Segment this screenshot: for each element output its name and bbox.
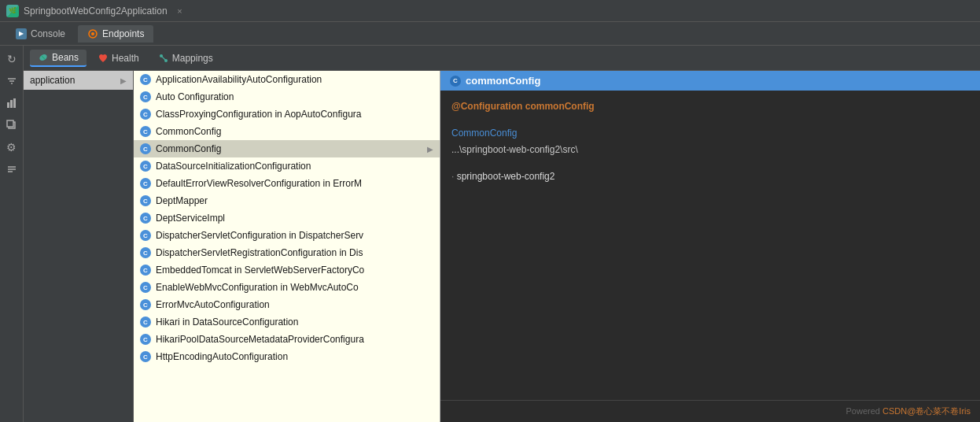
detail-config-keyword: commonConfig [525,101,595,112]
bean-item[interactable]: C DispatcherServletRegistrationConfigura… [134,244,440,261]
bean-item[interactable]: C Auto Configuration [134,88,440,106]
tab-console-label: Console [31,28,65,39]
bean-item[interactable]: C CommonConfig [134,123,440,140]
tab-beans[interactable]: Beans [30,50,87,67]
tab-endpoints[interactable]: Endpoints [78,25,153,43]
detail-annotation-row: @Configuration commonConfig [451,98,969,116]
bean-item[interactable]: C DispatcherServletConfiguration in Disp… [134,227,440,244]
sort-icon[interactable] [3,161,20,178]
bean-icon-14: C [140,299,151,310]
bean-icon-7: C [140,178,151,189]
copy-icon[interactable] [3,117,20,134]
health-tab-label: Health [112,53,139,64]
bean-name-7: DefaultErrorViewResolverConfiguration in… [156,178,362,189]
bean-item[interactable]: C HikariPoolDataSourceMetadataProviderCo… [134,331,440,348]
bean-item-selected[interactable]: C CommonConfig ▶ [134,140,440,157]
chart-icon[interactable] [3,94,20,112]
bean-name-12: EmbeddedTomcat in ServletWebServerFactor… [156,265,364,276]
svg-line-17 [161,56,166,61]
beans-tab-label: Beans [52,52,79,63]
bean-icon-10: C [140,230,151,241]
app-icon: 🌿 [6,5,19,17]
endpoints-icon [87,28,98,39]
detail-footer: Powered CSDN@卷心菜不卷Iris [440,400,980,422]
bean-name-6: DataSourceInitializationConfiguration [156,161,311,172]
bean-item[interactable]: C EnableWebMvcConfiguration in WebMvcAut… [134,279,440,296]
tab-health[interactable]: Health [90,50,147,66]
bean-icon-4: C [140,126,151,137]
bean-name-10: DispatcherServletConfiguration in Dispat… [156,230,363,241]
detail-bean-icon: C [450,76,461,87]
bean-item[interactable]: C EmbeddedTomcat in ServletWebServerFact… [134,261,440,279]
context-item-label: application [30,75,75,86]
bean-name-4: CommonConfig [156,126,221,137]
sidebar-actions: ↻ ⚙ [0,46,24,422]
svg-rect-9 [7,120,13,127]
detail-module-bullet: · [451,171,457,182]
tab-mappings[interactable]: Mappings [150,50,221,66]
footer-brand-label: CSDN@卷心菜不卷Iris [882,406,971,416]
tab-bar: ▶ Console Endpoints [0,22,980,46]
detail-module-row: · springboot-web-config2 [451,168,969,186]
footer-powered-label: Powered [846,406,882,416]
beans-tab-icon [38,52,49,63]
settings-icon[interactable]: ⚙ [3,139,20,156]
bean-icon-17: C [140,351,151,362]
bean-name-5: CommonConfig [156,143,221,154]
detail-bean-name: commonConfig [466,75,540,87]
bean-name-11: DispatcherServletRegistrationConfigurati… [156,247,363,258]
bean-item[interactable]: C DataSourceInitializationConfiguration [134,157,440,175]
bean-icon-12: C [140,265,151,276]
beans-layout: application ▶ C ApplicationAvailabilityA… [24,71,980,422]
bean-item[interactable]: C ErrorMvcAutoConfiguration [134,296,440,313]
tab-endpoints-label: Endpoints [102,28,144,39]
bean-name-14: ErrorMvcAutoConfiguration [156,299,270,310]
filter-icon[interactable] [3,72,20,90]
close-button[interactable]: × [174,5,186,17]
bean-item[interactable]: C DefaultErrorViewResolverConfiguration … [134,175,440,192]
bean-name-9: DeptServiceImpl [156,213,225,224]
bean-item[interactable]: C ClassProxyingConfiguration in AopAutoC… [134,106,440,123]
context-pane: application ▶ [24,71,134,422]
bean-icon-16: C [140,334,151,345]
actuator-toolbar: Beans Health Mappings [24,46,980,71]
bean-icon-2: C [140,91,151,102]
refresh-icon[interactable]: ↻ [3,50,20,68]
bean-item[interactable]: C ApplicationAvailabilityAutoConfigurati… [134,71,440,88]
detail-module-name: springboot-web-config2 [457,171,555,182]
actuator-panel: Beans Health Mappings [24,46,980,422]
detail-path: ...\springboot-web-config2\src\ [451,142,969,159]
tab-console[interactable]: ▶ Console [6,25,75,43]
detail-module-section: · springboot-web-config2 [451,168,969,186]
context-item-application[interactable]: application ▶ [24,71,133,90]
bean-icon-11: C [140,247,151,258]
detail-pane: C commonConfig @Configuration commonConf… [440,71,980,422]
bean-icon-5: C [140,143,151,154]
mappings-tab-icon [158,53,169,64]
mappings-tab-label: Mappings [172,53,213,64]
detail-content: @Configuration commonConfig CommonConfig… [440,91,980,400]
detail-annotation-keyword: @Configuration [451,101,522,112]
bean-name-3: ClassProxyingConfiguration in AopAutoCon… [156,109,362,120]
bean-name-15: Hikari in DataSourceConfiguration [156,316,298,328]
bean-item[interactable]: C Hikari in DataSourceConfiguration [134,313,440,331]
detail-type-section: @Configuration commonConfig [451,98,969,116]
bean-item-expand-arrow: ▶ [427,145,433,154]
bean-name-13: EnableWebMvcConfiguration in WebMvcAutoC… [156,282,359,293]
app-title: SpringbootWebConfig2Application [24,6,168,17]
console-icon: ▶ [16,28,27,39]
svg-rect-6 [10,100,13,108]
bean-name-16: HikariPoolDataSourceMetadataProviderConf… [156,334,364,345]
bean-list-pane: C ApplicationAvailabilityAutoConfigurati… [134,71,440,422]
bean-item[interactable]: C DeptServiceImpl [134,209,440,227]
bean-item[interactable]: C HttpEncodingAutoConfiguration [134,348,440,365]
bean-icon-1: C [140,74,151,85]
bean-icon-6: C [140,161,151,172]
bean-icon-3: C [140,109,151,120]
detail-header: C commonConfig [440,71,980,91]
svg-rect-5 [7,102,9,108]
detail-class-section: CommonConfig ...\springboot-web-config2\… [451,125,969,159]
bean-icon-9: C [140,213,151,224]
bean-item[interactable]: C DeptMapper [134,192,440,209]
health-tab-icon [98,53,109,64]
